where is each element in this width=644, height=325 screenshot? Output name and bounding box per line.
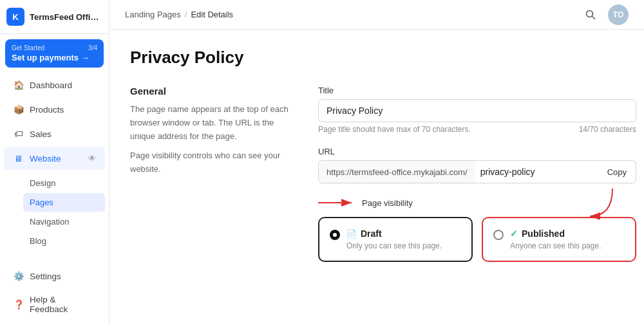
monitor-icon: 🖥 [13,153,24,164]
general-heading: General [130,86,298,97]
title-label: Title [318,86,636,95]
draft-title: 📄 Draft [346,228,442,239]
box-icon: 📦 [13,104,24,115]
title-hint-right: 14/70 characters [579,125,636,134]
sidebar-item-website[interactable]: 🖥 Website 👁 [4,147,105,170]
title-hint-left: Page title should have max of 70 charact… [318,125,471,134]
check-icon: ✓ [510,228,518,239]
breadcrumb-link[interactable]: Landing Pages [125,10,181,19]
title-field-group: Title Page title should have max of 70 c… [318,86,636,134]
sidebar-item-help[interactable]: ❓ Help & Feedback [4,289,105,320]
copy-button[interactable]: Copy [598,160,636,183]
get-started-row: Get Started 3/4 [12,44,97,51]
sidebar: K TermsFeed Office... Get Started 3/4 Se… [0,0,109,325]
arrow-annotation [318,196,357,209]
sidebar-item-products[interactable]: 📦 Products [4,98,105,121]
content-description: General The page name appears at the top… [130,86,298,262]
draft-desc: Only you can see this page. [346,241,442,250]
logo-text: TermsFeed Office... [30,12,100,22]
header: Landing Pages / Edit Details TO [109,0,644,30]
gear-icon: ⚙️ [13,270,24,282]
logo-icon: K [6,8,24,26]
svg-line-1 [592,16,595,19]
title-hint: Page title should have max of 70 charact… [318,125,636,134]
setup-cta: Set up payments → [12,53,97,62]
red-arrow-icon [318,196,357,209]
published-content: ✓ Published Anyone can see this page. [510,228,601,250]
breadcrumb: Landing Pages / Edit Details [125,10,233,19]
subnav-design[interactable]: Design [23,174,105,192]
published-card[interactable]: ✓ Published Anyone can see this page. [482,217,636,262]
visibility-label: Page visibility [362,198,413,208]
sidebar-logo: K TermsFeed Office... [0,0,109,34]
house-icon: 🏠 [13,79,24,91]
url-label: URL [318,147,636,156]
draft-content: 📄 Draft Only you can see this page. [346,228,442,250]
visibility-options: 📄 Draft Only you can see this page. [318,217,636,262]
sidebar-item-dashboard[interactable]: 🏠 Dashboard [4,73,105,97]
content-body: General The page name appears at the top… [130,86,623,262]
subnav-blog[interactable]: Blog [23,232,105,250]
breadcrumb-current: Edit Details [191,10,233,19]
general-desc1: The page name appears at the top of each… [130,103,298,143]
sidebar-item-sales[interactable]: 🏷 Sales [4,122,105,145]
published-title: ✓ Published [510,228,601,239]
title-input[interactable] [318,99,636,122]
visibility-section: Page visibility 📄 Draft Only you [318,196,636,262]
sidebar-item-settings[interactable]: ⚙️ Settings [4,265,105,288]
url-field-group: URL https://termsfeed-office.mykajabi.co… [318,147,636,183]
page-title: Privacy Policy [130,48,623,68]
search-icon [585,10,596,20]
search-button[interactable] [581,5,600,24]
tag-icon: 🏷 [13,128,24,140]
breadcrumb-separator: / [185,10,187,19]
general-desc2: Page visibility controls who can see you… [130,149,298,176]
url-prefix: https://termsfeed-office.mykajabi.com/ [318,160,475,183]
main-panel: Landing Pages / Edit Details TO Privacy … [109,0,644,325]
website-subnav: Design Pages Navigation Blog [0,171,109,254]
eye-icon[interactable]: 👁 [88,154,96,163]
draft-card[interactable]: 📄 Draft Only you can see this page. [318,217,473,262]
setup-banner[interactable]: Get Started 3/4 Set up payments → [5,39,104,68]
published-radio[interactable] [493,230,504,240]
avatar[interactable]: TO [608,5,629,25]
content-area: Privacy Policy General The page name app… [109,30,644,325]
content-form: Title Page title should have max of 70 c… [318,86,636,262]
draft-radio[interactable] [330,230,340,240]
header-right: TO [581,5,629,25]
subnav-navigation[interactable]: Navigation [23,212,105,231]
doc-icon: 📄 [346,229,357,239]
question-icon: ❓ [13,299,24,310]
url-row: https://termsfeed-office.mykajabi.com/ C… [318,160,636,183]
published-desc: Anyone can see this page. [510,241,601,250]
url-slug-input[interactable] [475,160,598,183]
subnav-pages[interactable]: Pages [23,193,105,212]
